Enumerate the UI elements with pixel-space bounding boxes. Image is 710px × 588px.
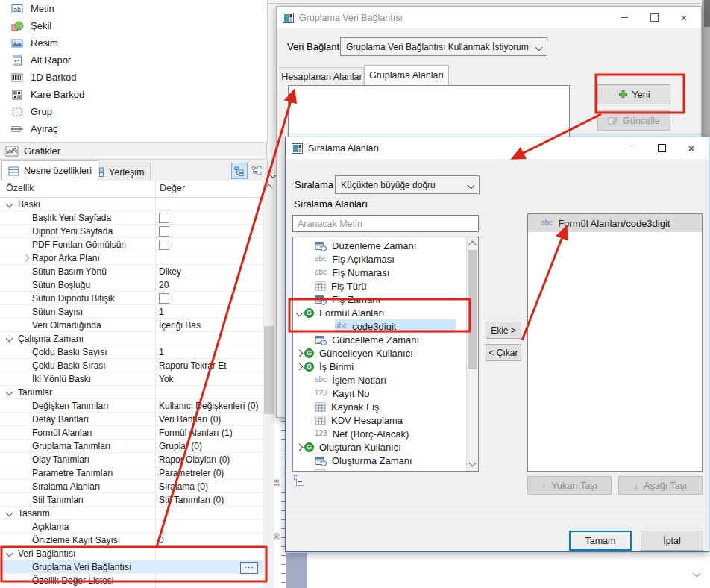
scrollbar-thumb[interactable] [264,326,274,414]
property-row-gruplama-veri-baglantisi[interactable]: Gruplama Veri Bağlantısı... [0,560,263,574]
view-tree-button[interactable] [231,163,248,179]
property-row-coklu-baski-sirasi[interactable]: Çoklu Baskı SırasıRaporu Tekrar Et [0,359,263,372]
guncelle-button[interactable]: Güncelle [597,110,670,131]
expand-chevron-icon[interactable] [296,444,304,451]
property-row-gruplama-tanimlari[interactable]: Gruplama TanımlarıGruplar (0) [0,440,263,453]
tree-item-guncelleme-zamani[interactable]: 12Güncelleme Zamanı [293,333,466,346]
toolbox-item-resim[interactable]: Resim [0,34,267,51]
collapse-chevron-icon[interactable] [6,335,13,343]
tab-hesaplanan-alanlar[interactable]: Hesaplanan Alanlar [280,67,364,85]
property-row-baslik-yeni-sayfada[interactable]: Başlık Yeni Sayfada [0,211,263,225]
dialog2-titlebar[interactable]: Sıralama Alanları × [286,137,709,159]
scroll-up-icon[interactable] [266,184,273,192]
tree-scrollbar[interactable] [466,237,478,471]
tree-item-kdv-hesaplama[interactable]: xxxKDV Hesaplama [293,413,466,427]
property-row-degisken-tanimlari[interactable]: Değişken TanımlarıKullanıcı Değişkenleri… [0,399,263,413]
property-row-aciklama[interactable]: Açıklama [0,520,263,534]
checkbox[interactable] [159,213,169,223]
toolbox-item-grup[interactable]: Grup [0,103,267,120]
property-row-veri-olmadiginda[interactable]: Veri Olmadığındaİçeriği Bas [0,319,263,332]
tree-item-olusturma-zamani[interactable]: 12Oluşturma Zamanı [293,454,466,467]
tree-item-code3digit[interactable]: abccode3digit [293,319,466,333]
maximize-button[interactable] [652,140,671,155]
property-row-i-ki-yonlu-baski[interactable]: İki Yönlü BaskıYok [0,372,263,386]
toolbox-item-metin[interactable]: abMetin [0,0,267,17]
minimize-button[interactable] [622,140,641,155]
iptal-button[interactable]: İptal [641,531,703,551]
scroll-down-icon[interactable] [469,460,477,467]
property-row-dipnot-yeni-sayfada[interactable]: Dipnot Yeni Sayfada [0,225,263,238]
tree-item-fis-turu[interactable]: xxxFiş Türü [293,279,466,293]
toolbox-item-alt-rapor[interactable]: Alt Rapor [0,51,267,69]
siralama-combobox[interactable]: Küçükten büyüğe doğru [335,175,480,194]
tree-item-olusturan-kullanici[interactable]: GOluşturan Kullanıcı [293,440,466,454]
ekle-button[interactable]: Ekle > [486,322,521,339]
collapse-chevron-icon[interactable] [296,310,304,317]
scroll-down-icon[interactable] [694,570,701,578]
property-row-siralama-alanlari[interactable]: Sıralama AlanlarıSıralama (0) [0,480,263,493]
collapse-chevron-icon[interactable] [6,389,13,396]
cikar-button[interactable]: < Çıkar [486,344,521,361]
checkbox[interactable] [159,293,169,304]
tree-item-duzenleme-zamani[interactable]: 12Düzenleme Zamanı [293,239,466,252]
toolbox-item-ayirac[interactable]: Ayıraç [0,120,267,137]
selected-field-formul-alanlari-code3digit[interactable]: abcFormül Alanları/code3digit [528,214,702,232]
close-button[interactable]: × [682,140,701,155]
tree-item-kaynak-fis[interactable]: xxxKaynak Fiş [293,400,466,413]
property-row-pdf-fontlari-gomulsun[interactable]: PDF Fontları Gömülsün [0,238,263,251]
tree-item-guncelleyen-kullanici[interactable]: GGüncelleyen Kullanıcı [293,346,466,360]
property-row-tasarim[interactable]: Tasarım [0,507,263,520]
toolbox-section-grafikler[interactable]: Grafikler [0,142,267,160]
expand-chevron-icon[interactable] [296,363,304,371]
selected-fields-list[interactable]: abcFormül Alanları/code3digit [527,213,703,472]
tab-gruplama-alanlari[interactable]: Gruplama Alanları [364,65,449,85]
fields-tree[interactable]: 12Düzenleme ZamanıabcFiş AçıklamasıabcFi… [292,237,479,472]
minimize-button[interactable] [615,10,634,25]
property-row-calisma-zamani[interactable]: Çalışma Zamanı [0,332,263,345]
property-row-sutun-boslugu[interactable]: Sütun Boşluğu20 [0,278,263,292]
collapse-all-button[interactable] [293,475,305,487]
toolbox-item-sekil[interactable]: Şekil [0,17,267,34]
property-row-sutun-dipnotu-bitisik[interactable]: Sütun Dipnotu Bitişik [0,292,263,305]
checkbox[interactable] [159,240,169,250]
tree-item-fis-zamani[interactable]: 12Fiş Zamanı [293,293,466,306]
tree-item-i-s-birimi[interactable]: Gİş Birimi [293,360,466,373]
tamam-button[interactable]: Tamam [569,531,632,551]
property-grid-scrollbar[interactable] [263,181,274,588]
collapse-chevron-icon[interactable] [6,550,13,557]
close-button[interactable]: × [674,10,694,25]
search-input[interactable] [292,215,479,232]
property-row-formul-alanlari[interactable]: Formül AlanlarıFormül Alanları (1) [0,426,263,440]
tree-item-onay-durumu[interactable]: xxxOnay Durumu [293,467,466,471]
property-row-rapor-arka-plani[interactable]: Rapor Arka Planı [0,251,263,265]
yukari-tasi-button[interactable]: ↑ Yukarı Taşı [527,476,612,495]
tree-item-fis-numarasi[interactable]: abcFiş Numarası [293,266,466,279]
property-row-olay-tanimlari[interactable]: Olay TanımlarıRapor Olayları (0) [0,453,263,466]
asagi-tasi-button[interactable]: ↓ Aşağı Taşı [618,476,703,495]
property-row-veri-baglantisi[interactable]: Veri Bağlantısı [0,547,263,560]
property-row-detay-bantlari[interactable]: Detay BantlarıVeri Bantları (0) [0,413,263,426]
collapse-chevron-icon[interactable] [6,510,13,517]
toolbox-item-kare-barkod[interactable]: Kare Barkod [0,86,267,103]
scroll-up-icon[interactable] [469,241,477,248]
ellipsis-button[interactable]: ... [240,562,258,574]
property-row-onizleme-kayit-sayisi[interactable]: Önizleme Kayıt Sayısı0 [0,534,263,547]
property-row-parametre-tanimlari[interactable]: Parametre TanımlarıParametreler (0) [0,466,263,480]
checkbox[interactable] [159,226,169,237]
property-row-coklu-baski-sayisi[interactable]: Çoklu Baskı Sayısı1 [0,345,263,359]
expand-chevron-icon[interactable] [22,254,30,262]
property-row-baski[interactable]: Baskı [0,198,263,211]
property-row-sutun-basim-yonu[interactable]: Sütun Basım YönüDikey [0,265,263,278]
yeni-button[interactable]: Yeni [597,84,670,104]
tree-item-i-slem-notlari[interactable]: abcİşlem Notları [293,373,466,387]
property-row-sutun-sayisi[interactable]: Sütun Sayısı1 [0,305,263,319]
tree-item-kayit-no[interactable]: 123Kayıt No [293,387,466,400]
tab-object-properties[interactable]: Nesne özellikleri [1,160,98,181]
view-category-button[interactable] [249,163,264,178]
scrollbar-thumb[interactable] [468,250,477,369]
maximize-button[interactable] [644,10,664,25]
veri-baglantisi-combobox[interactable]: Gruplama Veri Bağlantısı Kullanmak İstiy… [340,37,547,56]
expand-chevron-icon[interactable] [296,350,304,357]
toolbox-item-1d-barkod[interactable]: 1D Barkod [0,69,267,86]
tree-item-formul-alanlari[interactable]: GFormül Alanları [293,306,466,319]
